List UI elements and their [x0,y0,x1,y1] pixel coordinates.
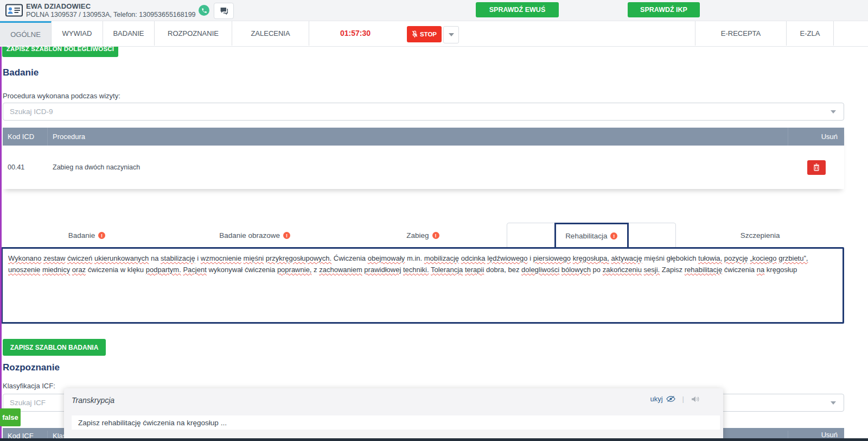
exam-sub-tabs: Badanie Badanie obrazowe Zabieg Rehabili… [3,223,844,248]
subtab-rehabilitacja-container: Rehabilitacja [507,223,676,248]
stop-label: STOP [420,31,437,37]
hide-transcription-button[interactable]: ukyj [650,395,675,403]
subtab-badanie-obrazowe[interactable]: Badanie obrazowe [171,223,339,248]
exam-textarea[interactable]: Wykonano zestaw ćwiczeń ukierunkowanych … [1,247,844,324]
tab-e-zla[interactable]: E-ZLA [786,21,834,46]
col-usun: Usuń [788,133,844,141]
patient-id-card-icon [5,4,23,17]
chevron-down-icon [449,33,454,36]
subtab-rehabilitacja[interactable]: Rehabilitacja [554,223,629,249]
recorder-dropdown-button[interactable] [443,26,459,43]
recording-timer: 01:57:30 [309,21,401,46]
badanie-section-title: Badanie [3,67,39,78]
icd9-search-field [3,103,844,121]
chat-bubbles-icon [220,7,228,15]
subtab-badanie[interactable]: Badanie [3,223,171,248]
table-row: 00.41 Zabieg na dwóch naczyniach [3,146,844,189]
subtab-label: Badanie obrazowe [219,231,280,240]
icf-classification-label: Klasyfikacja ICF: [3,382,55,390]
chevron-down-icon[interactable] [831,401,836,405]
app-window: EWA DZIADOWIEC POLNA 1309537 / 130953A, … [0,0,868,441]
left-accent-strip [0,21,2,441]
hide-label: ukyj [650,395,662,403]
controls-separator: | [682,395,684,403]
transcription-text: Zapisz rehabilitację ćwiczenia na kręgos… [72,419,227,427]
alert-icon [283,232,290,239]
tab-e-recepta[interactable]: E-RECEPTA [695,21,786,46]
col-kod-icd: Kod ICD [3,128,48,146]
col-usun: Usuń [788,431,844,439]
subtab-szczepienia[interactable]: Szczepienia [676,223,844,248]
check-ewus-button[interactable]: SPRAWDŹ EWUŚ [476,2,559,17]
icd-table-header: Kod ICD Procedura Usuń [3,128,844,146]
subtab-label: Zabieg [406,231,429,240]
tab-rozpoznanie[interactable]: ROZPOZNANIE [155,21,232,46]
transcription-title: Transkrypcja [72,396,114,405]
speaker-icon[interactable] [691,396,699,402]
eye-off-icon [666,395,675,402]
icd-code-cell: 00.41 [3,163,48,171]
icd-procedures-table: Kod ICD Procedura Usuń 00.41 Zabieg na d… [3,128,844,189]
tab-zalecenia[interactable]: ZALECENIA [232,21,309,46]
phone-icon[interactable] [199,5,209,16]
icd9-search-input[interactable] [3,108,831,116]
patient-header: EWA DZIADOWIEC POLNA 1309537 / 130953A, … [0,0,868,21]
save-exam-template-button[interactable]: ZAPISZ SZABLON BADANIA [3,339,106,356]
tab-badanie[interactable]: BADANIE [103,21,155,46]
alert-icon [98,232,105,239]
subtab-label: Szczepienia [741,231,780,240]
subtab-zabieg[interactable]: Zabieg [339,223,507,248]
delete-procedure-button[interactable] [807,160,826,175]
trash-icon [813,163,820,171]
patient-name: EWA DZIADOWIEC [26,2,91,10]
false-status-badge: false [0,408,21,426]
procedure-label: Procedura wykonana podczas wizyty: [3,92,120,100]
rozpoznanie-section-title: Rozpoznanie [3,362,60,373]
subtab-label: Rehabilitacja [565,232,607,240]
subtab-label: Badanie [68,231,95,240]
chevron-down-icon[interactable] [831,110,836,114]
col-procedura: Procedura [48,128,788,146]
procedure-cell: Zabieg na dwóch naczyniach [48,163,788,171]
check-ikp-button[interactable]: SPRAWDŹ IKP [628,2,700,17]
alert-icon [610,232,617,240]
transcription-input-row[interactable]: Zapisz rehabilitację ćwiczenia na kręgos… [72,415,720,430]
chat-button[interactable] [214,3,234,19]
transcription-panel: Transkrypcja ukyj | Zapisz rehabilitację… [64,388,723,441]
tab-ogolne[interactable]: OGÓLNE [0,21,52,46]
stop-recording-button[interactable]: STOP [407,26,442,42]
tab-wywiad[interactable]: WYWIAD [52,21,103,46]
alert-icon [432,232,439,239]
patient-details: POLNA 1309537 / 130953A, Telefon: 130953… [26,11,196,18]
mic-off-icon [412,30,418,38]
bottom-divider [0,438,868,441]
